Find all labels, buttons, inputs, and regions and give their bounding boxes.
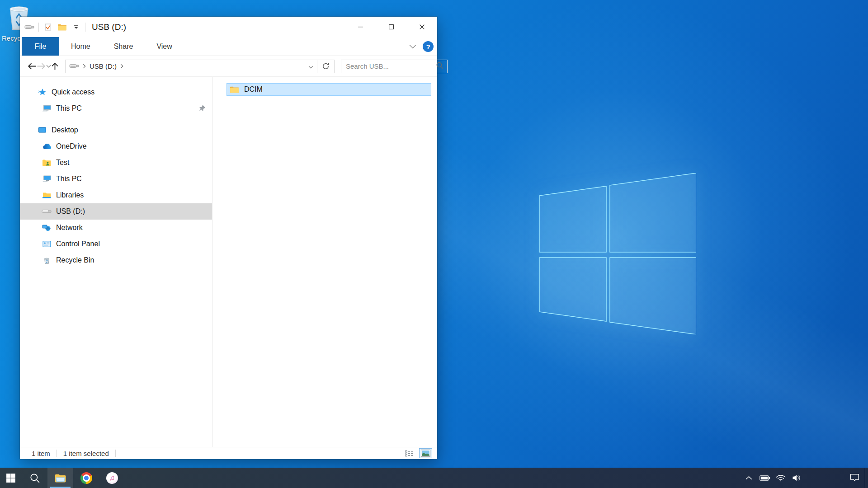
sidebar-item-desktop[interactable]: Desktop (20, 122, 212, 138)
recent-locations-chevron-icon[interactable] (46, 65, 51, 68)
window-title: USB (D:) (92, 22, 126, 32)
details-view-button[interactable] (404, 449, 415, 458)
breadcrumb-chevron-icon[interactable] (120, 62, 123, 70)
action-center-button[interactable] (844, 468, 865, 488)
user-folder-icon (42, 158, 52, 167)
tray-volume-icon[interactable] (788, 468, 804, 488)
this-pc-icon (42, 104, 52, 113)
status-bar: 1 item 1 item selected (20, 447, 437, 459)
tab-view[interactable]: View (145, 37, 184, 56)
desktop-icon (37, 126, 47, 135)
properties-check-icon[interactable] (43, 22, 53, 32)
chrome-icon (80, 472, 92, 484)
sidebar-item-label: Network (56, 224, 83, 232)
sidebar-item-onedrive[interactable]: OneDrive (20, 138, 212, 155)
taskbar-search-button[interactable] (22, 468, 47, 488)
window-usb-drive-icon[interactable] (24, 22, 34, 32)
file-list-pane[interactable]: DCIM (212, 77, 437, 447)
control-panel-icon (42, 239, 52, 249)
tab-file[interactable]: File (22, 37, 59, 56)
sidebar-item-label: This PC (56, 175, 82, 183)
taskbar: ♫ (0, 468, 868, 488)
tray-wifi-icon[interactable] (773, 468, 788, 488)
sidebar-item-test[interactable]: Test (20, 155, 212, 171)
expand-ribbon-chevron-icon[interactable] (409, 42, 416, 51)
qat-dropdown-icon[interactable] (71, 22, 81, 32)
minimize-button[interactable] (345, 17, 376, 37)
maximize-button[interactable] (376, 17, 406, 37)
drive-icon (69, 62, 79, 70)
tab-share[interactable]: Share (102, 37, 145, 56)
sidebar-item-network[interactable]: Network (20, 220, 212, 236)
taskbar-file-explorer-button[interactable] (47, 468, 73, 488)
taskbar-start-button[interactable] (0, 468, 22, 488)
search-icon[interactable] (436, 61, 443, 71)
close-button[interactable] (406, 17, 437, 37)
address-bar[interactable]: USB (D:) (65, 60, 335, 73)
new-folder-icon[interactable] (57, 22, 67, 32)
sidebar-item-label: This PC (56, 104, 82, 113)
sidebar-item-quick-access[interactable]: Quick access (20, 84, 212, 100)
taskbar-chrome-button[interactable] (73, 468, 99, 488)
breadcrumb[interactable]: USB (D:) (66, 62, 305, 70)
sidebar-item-label: Test (56, 159, 69, 167)
sidebar-item-label: USB (D:) (56, 207, 85, 216)
title-bar: USB (D:) (20, 17, 437, 37)
tray-battery-icon[interactable] (757, 468, 773, 488)
system-tray (741, 468, 868, 488)
tray-hidden-icons-icon[interactable] (741, 468, 757, 488)
explorer-window: USB (D:) FileHomeShareView ? USB (D:) (20, 17, 437, 459)
this-pc-icon (42, 174, 52, 183)
sidebar-item-label: OneDrive (56, 142, 87, 150)
windows-logo (539, 173, 696, 334)
back-button[interactable] (27, 59, 37, 74)
quick-access-toolbar (24, 22, 85, 32)
sidebar-item-libraries[interactable]: Libraries (20, 187, 212, 203)
taskbar-itunes-button[interactable]: ♫ (99, 468, 125, 488)
pin-icon (199, 105, 206, 113)
navigation-pane: Quick accessThis PCDesktopOneDriveTestTh… (20, 77, 212, 447)
divider (38, 23, 39, 32)
file-item-dcim[interactable]: DCIM (226, 83, 431, 96)
breadcrumb-chevron-icon[interactable] (83, 62, 86, 70)
caption-buttons (345, 17, 437, 37)
onedrive-icon (42, 142, 52, 151)
search-box (341, 60, 448, 73)
help-button[interactable]: ? (423, 41, 434, 52)
breadcrumb-item[interactable]: USB (D:) (90, 62, 117, 70)
usb-drive-icon (42, 207, 52, 216)
up-button[interactable] (51, 59, 59, 74)
divider (85, 23, 85, 32)
network-icon (42, 223, 52, 232)
sidebar-item-this-pc[interactable]: This PC (20, 100, 212, 117)
navigation-bar: USB (D:) (20, 56, 437, 77)
ribbon-tabs: FileHomeShareView ? (20, 37, 437, 56)
thumbnail-view-button[interactable] (420, 449, 432, 458)
selection-count: 1 item selected (63, 450, 109, 457)
sidebar-item-label: Quick access (52, 88, 94, 96)
sidebar-item-control-panel[interactable]: Control Panel (20, 236, 212, 252)
sidebar-item-recycle-bin[interactable]: Recycle Bin (20, 252, 212, 268)
tab-home[interactable]: Home (59, 37, 102, 56)
file-name: DCIM (244, 85, 263, 94)
libraries-icon (42, 191, 52, 200)
quick-access-icon (37, 88, 47, 97)
divider (115, 450, 116, 457)
forward-button[interactable] (37, 59, 46, 74)
refresh-icon[interactable] (317, 60, 334, 73)
itunes-icon: ♫ (106, 472, 118, 484)
sidebar-item-label: Desktop (52, 126, 78, 134)
show-desktop-button[interactable] (865, 468, 868, 488)
sidebar-item-label: Libraries (56, 191, 84, 199)
search-input[interactable] (346, 62, 436, 70)
divider (57, 450, 57, 457)
address-dropdown-chevron-icon[interactable] (305, 62, 317, 70)
sidebar-item-usb-d-[interactable]: USB (D:) (20, 203, 212, 220)
item-count: 1 item (32, 450, 50, 457)
sidebar-item-this-pc[interactable]: This PC (20, 171, 212, 187)
sidebar-item-label: Control Panel (56, 240, 100, 248)
recycle-bin-icon (42, 256, 52, 265)
sidebar-item-label: Recycle Bin (56, 256, 94, 264)
folder-icon (230, 85, 240, 94)
